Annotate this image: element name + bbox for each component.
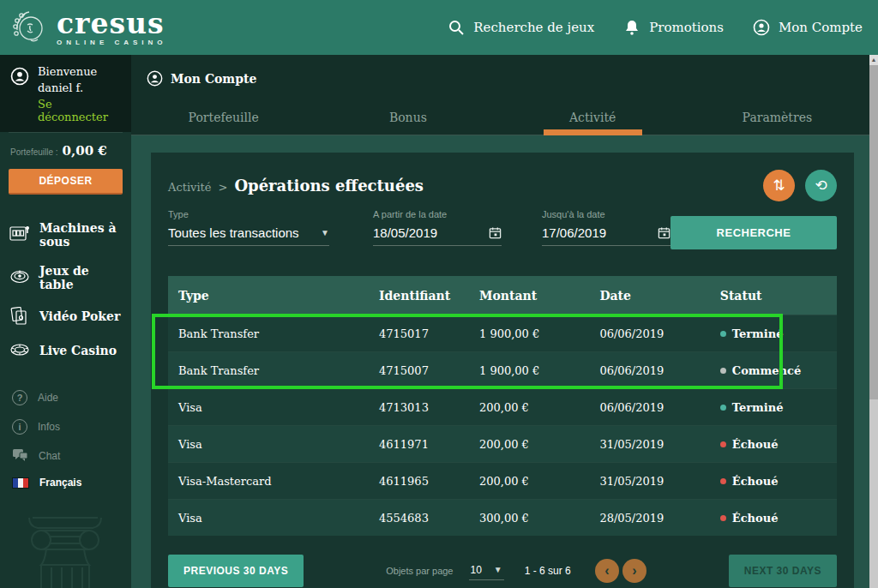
scrollbar-thumb[interactable]	[869, 65, 878, 399]
nav-search-games[interactable]: Recherche de jeux	[448, 19, 594, 36]
previous-30-days-button[interactable]: PREVIOUS 30 DAYS	[168, 555, 304, 587]
status-dot	[720, 441, 726, 447]
tab-parametres[interactable]: Paramètres	[685, 102, 869, 135]
french-flag-icon	[12, 477, 29, 489]
live-casino-icon	[9, 341, 31, 360]
nav-mon-compte[interactable]: Mon Compte	[753, 19, 863, 36]
date-to-field[interactable]: Jusqu'à la date 17/06/2019	[542, 209, 671, 246]
breadcrumb-section[interactable]: Activité	[168, 181, 211, 194]
column-header-statut: Statut	[710, 289, 837, 303]
cell-date: 06/06/2019	[589, 401, 709, 414]
cell-statut: Terminé	[710, 401, 837, 414]
per-page-select[interactable]: 10 ▼	[469, 562, 504, 580]
sidebar-item-label: Aide	[38, 392, 58, 404]
calendar-icon[interactable]	[489, 226, 502, 239]
sidebar-item-label: Jeux de table	[39, 264, 123, 291]
account-header-band: Mon Compte Portefeuille Bonus Activité P…	[131, 55, 869, 135]
sidebar-item-language[interactable]: Français	[0, 470, 131, 495]
cell-type: Visa-Mastercard	[168, 475, 369, 488]
sidebar-item-chat[interactable]: Chat	[0, 441, 131, 470]
status-badge: Terminé	[732, 401, 784, 414]
tab-portefeuille[interactable]: Portefeuille	[131, 102, 316, 135]
nav-promotions-label: Promotions	[649, 20, 724, 35]
chat-icon	[12, 448, 28, 463]
video-poker-icon	[9, 307, 31, 326]
pagination-range: 1 - 6 sur 6	[525, 565, 571, 577]
column-header-type: Type	[168, 289, 369, 303]
logout-link[interactable]: Se déconnecter	[38, 98, 123, 123]
per-page-value: 10	[471, 564, 482, 576]
per-page-label: Objets par page	[386, 566, 453, 576]
logo-title: cresus	[57, 9, 167, 38]
table-row[interactable]: Visa 4611971 200,00 € 31/05/2019 Échoué	[168, 425, 837, 462]
vertical-scrollbar[interactable]: ▲	[869, 55, 878, 588]
deposit-button[interactable]: DÉPOSER	[9, 169, 123, 195]
chevron-left-icon: ‹	[604, 563, 609, 578]
search-icon	[448, 19, 465, 36]
table-row[interactable]: Visa-Mastercard 4611965 200,00 € 31/05/2…	[168, 462, 837, 499]
cell-montant: 200,00 €	[469, 475, 589, 488]
info-icon: i	[12, 419, 27, 435]
calendar-icon[interactable]	[658, 226, 671, 239]
wallet-label: Portefeuille :	[10, 147, 58, 157]
nav-mon-compte-label: Mon Compte	[779, 20, 863, 35]
cell-identifiant: 4554683	[369, 512, 469, 525]
cell-date: 06/06/2019	[589, 327, 709, 340]
date-from-field[interactable]: A partir de la date 18/05/2019	[373, 209, 502, 246]
status-badge: Échoué	[732, 512, 779, 525]
column-header-identifiant: Identifiant	[369, 289, 469, 303]
status-badge: Terminé	[732, 327, 784, 340]
pagination-bar: PREVIOUS 30 DAYS Objets par page 10 ▼ 1 …	[168, 555, 837, 587]
cell-statut: Échoué	[710, 512, 837, 525]
chevron-down-icon: ▼	[494, 565, 502, 574]
scrollbar-up-arrow[interactable]: ▲	[869, 55, 878, 65]
logo-subtitle: ONLINE CASINO	[57, 39, 167, 46]
sidebar-item-infos[interactable]: i Infos	[0, 412, 131, 441]
transfer-action-button[interactable]: ⇅	[763, 170, 795, 201]
nav-promotions[interactable]: Promotions	[623, 19, 724, 36]
search-button[interactable]: RECHERCHE	[671, 216, 837, 249]
table-row[interactable]: Bank Transfer 4715007 1 900,00 € 06/06/2…	[168, 351, 837, 388]
cell-type: Bank Transfer	[168, 364, 369, 377]
table-row[interactable]: Visa 4554683 300,00 € 28/05/2019 Échoué	[168, 499, 837, 536]
history-action-button[interactable]: ⟲	[805, 170, 837, 201]
wallet-balance: Portefeuille : 0,00 €	[0, 133, 131, 164]
date-to-label: Jusqu'à la date	[542, 209, 671, 219]
sidebar-item-jeux-de-table[interactable]: Jeux de table	[0, 256, 131, 299]
header-nav: Recherche de jeux Promotions Mon Compte	[448, 19, 863, 36]
table-row[interactable]: Bank Transfer 4715017 1 900,00 € 06/06/2…	[168, 315, 837, 351]
sidebar-item-machines-a-sous[interactable]: Machines à sous	[0, 213, 131, 256]
cell-date: 31/05/2019	[589, 438, 709, 451]
cell-montant: 200,00 €	[469, 438, 589, 451]
username: daniel f.	[38, 81, 123, 94]
sidebar-item-label: Machines à sous	[39, 221, 123, 249]
cell-statut: Commencé	[710, 364, 837, 377]
account-tabs: Portefeuille Bonus Activité Paramètres	[131, 102, 869, 135]
status-badge: Échoué	[732, 475, 779, 488]
page-title: Opérations effectuées	[234, 177, 424, 195]
sidebar-item-label: Vidéo Poker	[39, 309, 120, 323]
sidebar: Bienvenue daniel f. Se déconnecter Porte…	[0, 55, 131, 588]
table-row[interactable]: Visa 4713013 200,00 € 06/06/2019 Terminé	[168, 388, 837, 425]
table-games-icon	[9, 268, 31, 287]
cresus-logo[interactable]: cresus ONLINE CASINO	[10, 8, 167, 47]
account-title-text: Mon Compte	[171, 72, 256, 86]
tab-bonus[interactable]: Bonus	[316, 102, 500, 135]
account-user-icon	[147, 70, 163, 87]
chevron-right-icon: ›	[632, 563, 636, 578]
column-header-montant: Montant	[469, 289, 589, 303]
cell-type: Visa	[168, 401, 369, 414]
cell-identifiant: 4715017	[369, 327, 469, 340]
date-from-value: 18/05/2019	[373, 225, 437, 240]
type-filter[interactable]: Type Toutes les transactions ▼	[168, 209, 329, 246]
status-dot	[720, 331, 726, 337]
sidebar-item-aide[interactable]: ? Aide	[0, 383, 131, 412]
cell-montant: 200,00 €	[469, 401, 589, 414]
next-page-button[interactable]: ›	[622, 559, 646, 583]
sidebar-item-live-casino[interactable]: Live Casino	[0, 333, 131, 368]
tab-activite[interactable]: Activité	[501, 102, 685, 135]
user-block: Bienvenue daniel f. Se déconnecter	[0, 55, 131, 132]
sidebar-item-video-poker[interactable]: Vidéo Poker	[0, 299, 131, 333]
next-30-days-button[interactable]: NEXT 30 DAYS	[729, 555, 837, 587]
prev-page-button[interactable]: ‹	[595, 559, 619, 583]
